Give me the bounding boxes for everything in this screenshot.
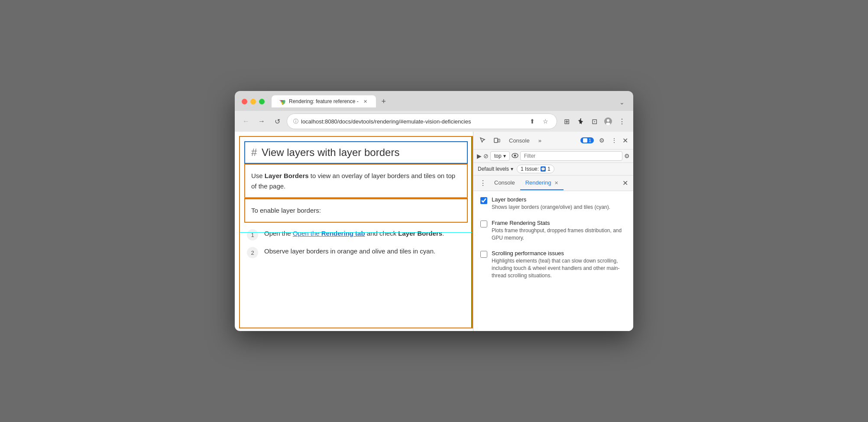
rendering-item-scrolling: Scrolling performance issues Highlights …	[480, 250, 626, 279]
cyan-tile-line	[244, 197, 468, 198]
issues-count-badge[interactable]: 1 Issue: 💬 1	[517, 165, 554, 173]
tab-rendering[interactable]: Rendering ✕	[520, 176, 564, 190]
console-settings-button[interactable]: ⚙	[624, 153, 630, 159]
devtools-tabs: ⋮ Console Rendering ✕ ✕	[473, 175, 633, 191]
issues-badge-icon: 💬	[541, 166, 546, 172]
scrolling-perf-title: Scrolling performance issues	[492, 250, 626, 256]
active-tab[interactable]: Rendering: feature reference - ✕	[272, 95, 376, 107]
address-bar: ← → ↺ ⓘ localhost:8080/docs/devtools/ren…	[235, 111, 633, 132]
list-item-2: 2 Observe layer borders in orange and ol…	[247, 247, 465, 258]
minimize-traffic-light[interactable]	[250, 99, 256, 104]
inspect-element-button[interactable]	[477, 134, 489, 146]
list-number-2: 2	[247, 247, 258, 258]
device-toolbar-button[interactable]	[491, 134, 503, 146]
list-item: 1 Open the Open the Rendering tab and ch…	[247, 229, 465, 240]
live-expressions-button[interactable]	[512, 153, 518, 159]
run-script-button[interactable]: ▶	[477, 153, 482, 159]
cyan-horizontal-line	[240, 232, 472, 233]
extensions-button[interactable]: ⊞	[560, 115, 573, 127]
devtools-menu-button[interactable]: ⋮	[609, 135, 619, 146]
title-bar: Rendering: feature reference - ✕ + ⌄	[235, 91, 633, 111]
browser-content: # View layers with layer borders Use Lay…	[235, 132, 633, 331]
console-header-tab[interactable]: Console	[505, 136, 534, 146]
layer-borders-checkbox[interactable]	[480, 197, 487, 204]
tab-list-chevron[interactable]: ⌄	[618, 97, 626, 107]
info-icon: ⓘ	[293, 118, 298, 125]
profile-button[interactable]	[602, 115, 614, 127]
reload-button[interactable]: ↺	[271, 115, 283, 127]
log-levels-dropdown[interactable]: Default levels ▾	[478, 166, 513, 172]
list-section: 1 Open the Open the Rendering tab and ch…	[240, 223, 472, 270]
pin-extension-button[interactable]	[574, 115, 586, 127]
frame-rendering-title: Frame Rendering Stats	[492, 220, 626, 226]
traffic-lights	[242, 99, 265, 104]
url-bar[interactable]: ⓘ localhost:8080/docs/devtools/rendering…	[287, 114, 557, 129]
inspect-icon	[479, 137, 486, 144]
frame-rendering-label: Frame Rendering Stats Plots frame throug…	[492, 220, 626, 242]
close-drawer-button[interactable]: ✕	[621, 177, 630, 189]
tabs-row: Rendering: feature reference - ✕ + ⌄	[272, 95, 626, 107]
issues-header-badge[interactable]: 1	[580, 137, 594, 143]
step-section: To enable layer borders:	[244, 198, 468, 223]
svg-rect-5	[494, 138, 498, 143]
layer-borders-desc: Shows layer borders (orange/olive) and t…	[492, 204, 626, 211]
list-item-1-end: and check	[365, 230, 398, 237]
url-text: localhost:8080/docs/devtools/rendering/#…	[301, 118, 525, 125]
devtools-levels: Default levels ▾ 1 Issue: 💬 1	[473, 163, 633, 175]
list-item-2-text: Observe layer borders in orange and oliv…	[264, 247, 435, 256]
context-selector[interactable]: top ▾	[490, 151, 510, 161]
svg-point-8	[514, 155, 516, 157]
layer-borders-label: Layer borders Shows layer borders (orang…	[492, 196, 626, 211]
hash-prefix: #	[251, 146, 257, 158]
scrolling-perf-checkbox[interactable]	[480, 251, 487, 258]
page-heading: # View layers with layer borders	[251, 146, 461, 159]
block-network-button[interactable]: ⊘	[483, 153, 489, 159]
devtools-toolbar: ▶ ⊘ top ▾ ⚙	[473, 149, 633, 163]
svg-point-4	[606, 123, 610, 125]
bookmark-button[interactable]: ☆	[540, 116, 551, 127]
frame-rendering-checkbox[interactable]	[480, 221, 487, 227]
scrolling-perf-label: Scrolling performance issues Highlights …	[492, 250, 626, 279]
layer-borders-title: Layer borders	[492, 196, 626, 203]
settings-button[interactable]: ⚙	[596, 134, 608, 146]
close-traffic-light[interactable]	[242, 99, 247, 104]
rendering-tab-link[interactable]: Open the Rendering tab	[293, 230, 365, 237]
body-section: Use Layer Borders to view an overlay of …	[244, 164, 468, 198]
more-tools-button[interactable]: »	[536, 136, 544, 146]
devtools-header: Console » 1 ⚙ ⋮ ✕	[473, 132, 633, 149]
rendering-panel-content: Layer borders Shows layer borders (orang…	[473, 191, 633, 331]
share-button[interactable]: ⬆	[527, 116, 538, 127]
maximize-traffic-light[interactable]	[259, 99, 265, 104]
back-button[interactable]: ←	[240, 115, 252, 127]
devtools-close-button[interactable]: ✕	[621, 135, 630, 146]
chrome-menu-button[interactable]: ⋮	[616, 115, 628, 127]
tab-title: Rendering: feature reference -	[289, 98, 359, 104]
browser-window: Rendering: feature reference - ✕ + ⌄ ← →…	[235, 91, 633, 331]
drawer-menu-button[interactable]: ⋮	[477, 175, 489, 191]
tab-console[interactable]: Console	[489, 176, 520, 190]
heading-text: View layers with layer borders	[262, 146, 399, 158]
device-icon	[493, 137, 500, 144]
chat-bubble-icon	[583, 138, 587, 143]
browser-actions: ⊞ ⊡ ⋮	[560, 115, 628, 127]
heading-section: # View layers with layer borders	[244, 141, 468, 164]
list-item-1-text: Open the Open the Rendering tab and chec…	[264, 229, 444, 239]
close-rendering-tab[interactable]: ✕	[554, 180, 558, 185]
split-screen-button[interactable]: ⊡	[588, 115, 600, 127]
eye-icon	[512, 153, 518, 158]
rendering-item-frame-stats: Frame Rendering Stats Plots frame throug…	[480, 220, 626, 242]
body-paragraph: Use Layer Borders to view an overlay of …	[251, 171, 461, 192]
rendering-item-layer-borders: Layer borders Shows layer borders (orang…	[480, 196, 626, 211]
layer-borders-bold: Layer Borders	[398, 230, 442, 237]
tab-close-button[interactable]: ✕	[362, 98, 369, 105]
page-content: # View layers with layer borders Use Lay…	[235, 132, 473, 331]
frame-rendering-desc: Plots frame throughput, dropped frames d…	[492, 227, 626, 242]
step-label: To enable layer borders:	[251, 205, 461, 216]
forward-button[interactable]: →	[256, 115, 268, 127]
console-filter-input[interactable]	[520, 151, 622, 161]
new-tab-button[interactable]: +	[378, 95, 390, 107]
svg-rect-6	[498, 139, 500, 142]
url-actions: ⬆ ☆	[527, 116, 551, 127]
scrolling-perf-desc: Highlights elements (teal) that can slow…	[492, 257, 626, 279]
pin-icon	[577, 118, 584, 125]
